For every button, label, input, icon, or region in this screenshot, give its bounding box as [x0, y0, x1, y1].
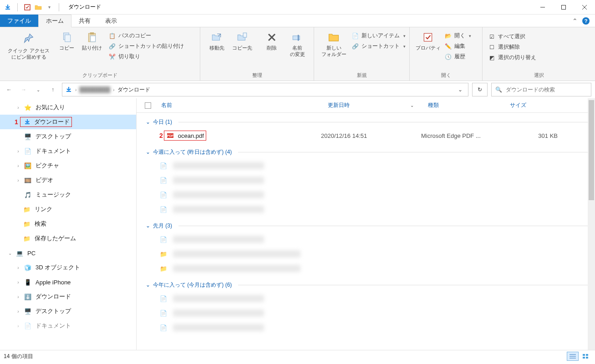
qat-save-icon[interactable] [4, 3, 12, 11]
chevron-right-icon[interactable]: › [15, 309, 22, 314]
tree-item-documents[interactable]: ›📄ドキュメント [0, 144, 136, 158]
tree-item-pictures[interactable]: ›🖼️ピクチャ [0, 158, 136, 173]
search-input[interactable] [506, 86, 587, 93]
ribbon-collapse-icon[interactable]: ⌃ [572, 17, 578, 25]
scrollbar-thumb[interactable] [589, 100, 594, 200]
open-button[interactable]: 📂開く▾ [444, 32, 471, 40]
group-header-lastmonth[interactable]: ⌄先月 (3) [137, 219, 595, 232]
rename-button[interactable]: 名前 の変更 [285, 29, 310, 58]
tree-item-music[interactable]: 🎵ミュージック [0, 187, 136, 202]
file-row-blurred[interactable]: 📁 [137, 261, 595, 276]
group-header-thisweek[interactable]: ⌄今週に入って (昨日は含めず) (4) [137, 146, 595, 158]
vertical-scrollbar[interactable] [588, 98, 595, 350]
column-size[interactable]: サイズ [510, 101, 564, 109]
chevron-down-icon[interactable]: ⌄ [146, 149, 150, 155]
tab-file[interactable]: ファイル [0, 15, 38, 27]
chevron-right-icon[interactable]: › [15, 178, 22, 183]
address-dropdown-icon[interactable]: ⌄ [455, 86, 465, 93]
tree-item-downloads[interactable]: 1 ダウンロード [0, 115, 136, 129]
view-details-button[interactable] [567, 352, 579, 361]
tree-item-links[interactable]: 📁リンク [0, 202, 136, 217]
move-to-button[interactable]: 移動先 [204, 29, 229, 51]
nav-recent-button[interactable]: ⌄ [33, 84, 44, 95]
tree-item-desktop[interactable]: 🖥️デスクトップ [0, 129, 136, 144]
chevron-down-icon[interactable]: ⌄ [146, 119, 150, 125]
tree-item-videos[interactable]: ›🎞️ビデオ [0, 173, 136, 187]
chevron-right-icon[interactable]: › [15, 324, 22, 329]
paste-shortcut-button[interactable]: 🔗ショートカットの貼り付け [108, 42, 184, 50]
chevron-down-icon[interactable]: ⌄ [146, 222, 150, 229]
nav-up-button[interactable]: ↑ [47, 84, 58, 95]
invert-selection-button[interactable]: ◩選択の切り替え [488, 54, 536, 61]
chevron-right-icon[interactable]: › [15, 163, 22, 168]
new-item-button[interactable]: 📄新しいアイテム▾ [351, 32, 406, 40]
cut-button[interactable]: ✂️切り取り [108, 53, 184, 61]
copy-button[interactable]: コピー [54, 29, 79, 51]
tree-item-downloads-2[interactable]: ›⬇️ダウンロード [0, 289, 136, 304]
file-row-blurred[interactable]: 📁 [137, 247, 595, 261]
file-row-blurred[interactable]: 📄 [137, 158, 595, 173]
chevron-right-icon[interactable]: › [15, 265, 22, 270]
qat-dropdown-icon[interactable]: ▾ [45, 3, 53, 11]
select-none-button[interactable]: ☐選択解除 [488, 43, 536, 51]
nav-forward-button[interactable]: → [18, 84, 29, 95]
column-date[interactable]: 更新日時⌄ [328, 101, 428, 109]
address-segment-blurred[interactable]: ████████ [79, 86, 110, 93]
tree-item-savedgames[interactable]: 📁保存したゲーム [0, 231, 136, 246]
chevron-right-icon[interactable]: › [75, 87, 76, 92]
copy-path-button[interactable]: 📋パスのコピー [108, 32, 184, 40]
qat-properties-icon[interactable] [23, 3, 31, 11]
file-row-ocean[interactable]: 2 PDF ocean.pdf 2020/12/16 14:51 Microso… [137, 128, 595, 143]
group-header-today[interactable]: ⌄今日 (1) [137, 116, 595, 128]
search-box[interactable]: 🔍 [491, 83, 591, 96]
column-type[interactable]: 種類 [428, 101, 510, 109]
tab-view[interactable]: 表示 [98, 15, 124, 27]
chevron-right-icon[interactable]: › [15, 149, 22, 154]
file-row-blurred[interactable]: 📄 [137, 306, 595, 320]
pin-to-quick-access-button[interactable]: クイック アクセス にピン留めする [4, 29, 54, 61]
file-row-blurred[interactable]: 📄 [137, 173, 595, 187]
qat-folder-icon[interactable] [34, 3, 42, 11]
address-bar[interactable]: › ████████ › ダウンロード ⌄ [62, 83, 468, 96]
delete-button[interactable]: 削除 [259, 29, 285, 51]
file-row-blurred[interactable]: 📄 [137, 187, 595, 202]
file-row-blurred[interactable]: 📄 [137, 232, 595, 247]
edit-button[interactable]: ✏️編集 [444, 42, 471, 50]
chevron-right-icon[interactable]: › [15, 105, 22, 110]
file-row-blurred[interactable]: 📄 [137, 291, 595, 306]
chevron-right-icon[interactable]: › [113, 87, 114, 92]
nav-back-button[interactable]: ← [4, 84, 15, 95]
tree-item-favorites[interactable]: ›⭐お気に入り [0, 100, 136, 115]
select-all-checkbox[interactable] [137, 102, 159, 109]
refresh-button[interactable]: ↻ [472, 83, 488, 96]
tab-home[interactable]: ホーム [38, 15, 71, 27]
help-icon[interactable]: ? [582, 17, 590, 25]
tree-item-searches[interactable]: 📁検索 [0, 217, 136, 231]
paste-button[interactable]: 貼り付け [79, 29, 105, 51]
chevron-right-icon[interactable]: › [15, 294, 22, 299]
column-name[interactable]: 名前 [159, 101, 328, 109]
history-button[interactable]: 🕓履歴 [444, 53, 471, 61]
minimize-button[interactable] [532, 0, 553, 15]
view-large-icons-button[interactable] [580, 352, 591, 361]
tree-item-documents-2[interactable]: ›📄ドキュメント [0, 318, 136, 333]
maximize-button[interactable] [553, 0, 574, 15]
file-row-blurred[interactable]: 📄 [137, 320, 595, 335]
tree-item-3dobjects[interactable]: ›🧊3D オブジェクト [0, 260, 136, 275]
new-shortcut-button[interactable]: 🔗ショートカット▾ [351, 42, 406, 50]
chevron-down-icon[interactable]: ⌄ [6, 251, 14, 256]
tab-share[interactable]: 共有 [71, 15, 98, 27]
address-segment-current[interactable]: ダウンロード [117, 86, 150, 94]
new-folder-button[interactable]: 新しい フォルダー [318, 29, 350, 58]
chevron-right-icon[interactable]: › [15, 280, 22, 285]
tree-item-iphone[interactable]: ›📱Apple iPhone [0, 275, 136, 289]
tree-item-desktop-2[interactable]: ›🖥️デスクトップ [0, 304, 136, 318]
group-header-thisyear[interactable]: ⌄今年に入って (今月は含めず) (6) [137, 278, 595, 291]
copy-to-button[interactable]: コピー先 [229, 29, 255, 51]
file-row-blurred[interactable]: 📄 [137, 202, 595, 217]
chevron-down-icon[interactable]: ⌄ [146, 282, 150, 288]
tree-item-pc[interactable]: ⌄💻PC [0, 246, 136, 260]
properties-button[interactable]: プロパティ [413, 29, 442, 51]
close-button[interactable] [574, 0, 595, 15]
select-all-button[interactable]: ☑すべて選択 [488, 33, 536, 40]
